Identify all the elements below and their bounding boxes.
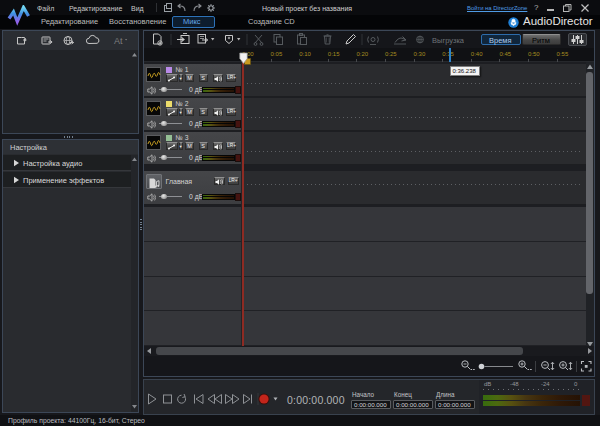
svg-text:Выгрузка: Выгрузка bbox=[432, 36, 464, 45]
svg-text:At: At bbox=[114, 36, 123, 46]
